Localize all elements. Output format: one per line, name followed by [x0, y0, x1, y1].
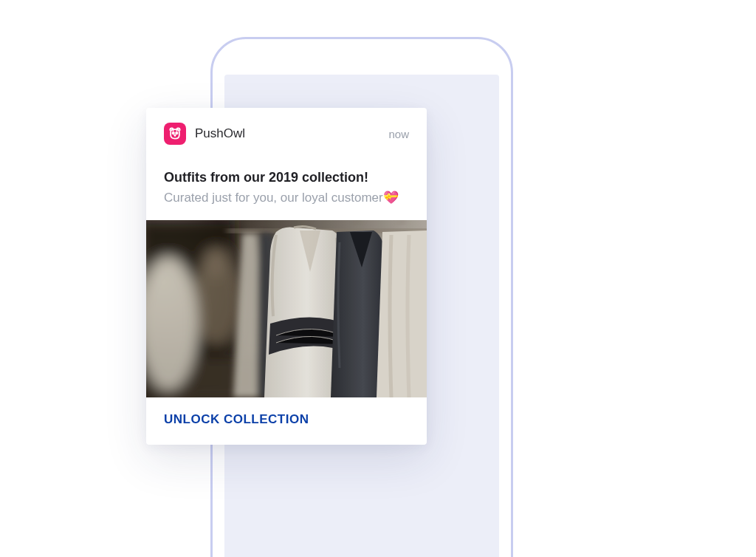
- app-name-label: PushOwl: [195, 126, 245, 141]
- notification-subtitle: Curated just for you, our loyal customer…: [164, 189, 409, 207]
- push-notification-card[interactable]: PushOwl now Outfits from our 2019 collec…: [146, 108, 427, 445]
- notification-title: Outfits from our 2019 collection!: [164, 168, 409, 186]
- notification-header: PushOwl now: [146, 108, 427, 152]
- notification-subtitle-text: Curated just for you, our loyal customer: [164, 191, 383, 205]
- svg-point-0: [173, 132, 174, 134]
- pushowl-app-icon: [164, 123, 186, 145]
- svg-rect-10: [146, 220, 427, 397]
- notification-hero-image: [146, 220, 427, 397]
- unlock-collection-button[interactable]: UNLOCK COLLECTION: [164, 412, 309, 427]
- svg-point-1: [176, 132, 177, 134]
- notification-action-area: UNLOCK COLLECTION: [146, 397, 427, 445]
- heart-gift-emoji: 💝: [383, 191, 399, 205]
- notification-timestamp: now: [388, 128, 409, 140]
- notification-body: Outfits from our 2019 collection! Curate…: [146, 152, 427, 220]
